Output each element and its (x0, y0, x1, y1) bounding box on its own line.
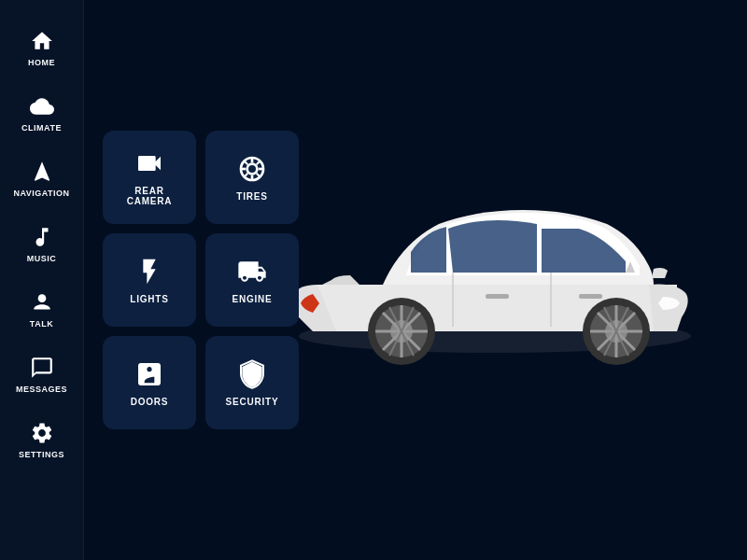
sidebar-item-messages[interactable]: MESSAGES (5, 345, 79, 403)
camera-icon (134, 148, 164, 178)
feature-grid: REAR CAMERA TIRES LIGHTS (103, 131, 299, 429)
lights-label: LIGHTS (130, 294, 168, 304)
security-label: SECURITY (226, 397, 279, 407)
sidebar-label-climate: CLIMATE (21, 123, 62, 133)
sidebar-label-messages: MESSAGES (16, 385, 67, 394)
cloud-icon (29, 93, 55, 119)
messages-icon (29, 355, 55, 381)
car-image (261, 131, 728, 429)
music-icon (29, 224, 55, 250)
sidebar-item-navigation[interactable]: NAVIGATION (5, 149, 79, 207)
engine-button[interactable]: ENGINE (205, 233, 299, 327)
door-icon (134, 359, 164, 389)
lightning-icon (134, 257, 164, 287)
svg-line-32 (257, 161, 261, 164)
security-button[interactable]: SECURITY (205, 336, 299, 429)
doors-button[interactable]: DOORS (103, 336, 196, 429)
sidebar-label-navigation: NAVIGATION (13, 189, 69, 198)
rear-camera-label: REAR CAMERA (112, 186, 187, 206)
tires-button[interactable]: TIRES (205, 131, 299, 224)
sidebar: HOME CLIMATE NAVIGATION MUSIC (0, 0, 84, 560)
engine-icon (237, 257, 267, 287)
svg-point-0 (37, 294, 46, 302)
engine-label: ENGINE (232, 294, 272, 304)
main-content: REAR CAMERA TIRES LIGHTS (84, 0, 747, 560)
sidebar-label-settings: SETTINGS (19, 450, 64, 459)
sidebar-item-climate[interactable]: CLIMATE (5, 84, 79, 142)
sidebar-item-music[interactable]: MUSIC (5, 215, 79, 273)
svg-line-33 (245, 173, 248, 176)
shield-icon (237, 359, 267, 389)
lights-button[interactable]: LIGHTS (103, 233, 196, 327)
tire-icon (237, 154, 267, 184)
svg-point-25 (247, 163, 258, 174)
sidebar-item-settings[interactable]: SETTINGS (5, 411, 79, 469)
sidebar-label-talk: TALK (30, 319, 53, 329)
sidebar-label-home: HOME (28, 58, 55, 67)
sidebar-item-home[interactable]: HOME (5, 19, 79, 77)
sidebar-label-music: MUSIC (27, 254, 57, 263)
doors-label: DOORS (131, 397, 169, 407)
home-icon (29, 28, 55, 54)
svg-rect-4 (486, 294, 509, 299)
sidebar-item-talk[interactable]: TALK (5, 280, 79, 338)
svg-rect-5 (579, 294, 602, 299)
svg-line-30 (245, 161, 248, 164)
nav-icon (29, 159, 55, 185)
svg-line-31 (257, 173, 261, 176)
settings-icon (29, 420, 55, 446)
rear-camera-button[interactable]: REAR CAMERA (103, 131, 196, 224)
talk-icon (29, 289, 55, 315)
tires-label: TIRES (236, 191, 267, 202)
